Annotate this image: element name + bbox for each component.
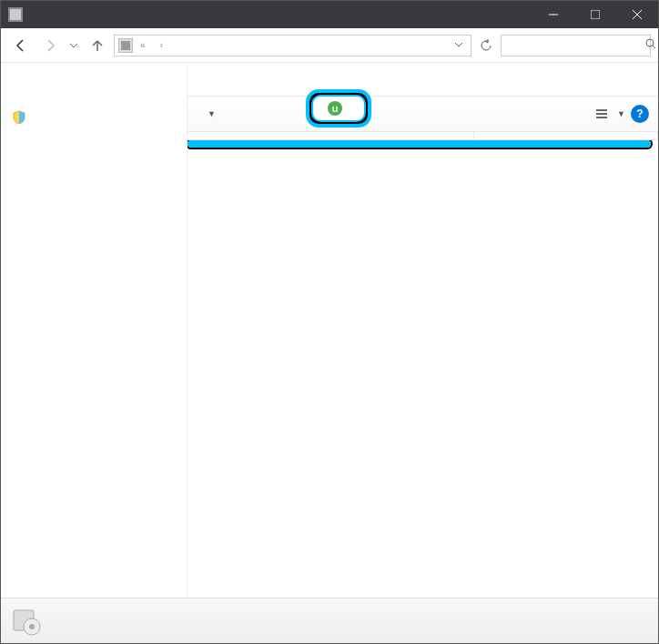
list-header xyxy=(188,132,658,140)
recent-dropdown[interactable] xyxy=(66,33,81,58)
back-button[interactable] xyxy=(8,33,34,58)
close-button[interactable] xyxy=(616,1,658,28)
address-dropdown[interactable] xyxy=(451,39,467,52)
svg-rect-7 xyxy=(121,41,130,50)
chevron-down-icon[interactable]: ▼ xyxy=(617,109,625,118)
main-content: ▼ u ▼ ? xyxy=(188,63,658,598)
chevron-down-icon: ▼ xyxy=(208,109,216,118)
svg-rect-12 xyxy=(596,117,607,118)
column-publisher[interactable] xyxy=(474,132,658,139)
chevron-icon[interactable]: « xyxy=(138,40,147,50)
iobit-icon: u xyxy=(328,101,342,116)
refresh-button[interactable] xyxy=(475,35,497,56)
program-list[interactable] xyxy=(188,140,658,598)
maximize-button[interactable] xyxy=(574,1,616,28)
svg-point-15 xyxy=(29,624,35,629)
forward-button[interactable] xyxy=(37,33,63,58)
minimize-button[interactable] xyxy=(532,1,574,28)
address-bar[interactable]: « › xyxy=(114,35,471,56)
svg-rect-11 xyxy=(596,113,607,115)
programs-icon xyxy=(10,605,43,638)
up-button[interactable] xyxy=(85,33,110,58)
view-button[interactable] xyxy=(592,104,612,124)
column-name[interactable] xyxy=(188,132,474,139)
search-icon xyxy=(645,38,656,52)
sidebar xyxy=(1,63,188,598)
help-button[interactable]: ? xyxy=(631,105,649,123)
chevron-right-icon[interactable]: › xyxy=(158,40,165,50)
search-input[interactable] xyxy=(505,39,642,52)
shield-icon xyxy=(12,110,26,125)
statusbar xyxy=(1,598,658,643)
navbar: « › xyxy=(1,28,658,63)
search-box[interactable] xyxy=(501,35,651,56)
app-icon xyxy=(8,7,23,22)
organize-button[interactable]: ▼ xyxy=(197,102,223,126)
annotation-highlight: u xyxy=(306,89,371,128)
sidebar-link-features[interactable] xyxy=(12,108,176,125)
powerful-uninstall-button[interactable]: u xyxy=(311,95,366,122)
svg-point-8 xyxy=(646,39,654,46)
svg-rect-10 xyxy=(596,109,607,111)
svg-line-9 xyxy=(653,46,655,48)
svg-rect-3 xyxy=(591,10,600,19)
location-icon xyxy=(118,38,133,53)
titlebar xyxy=(1,1,658,28)
annotation-highlight-group xyxy=(188,140,651,148)
svg-rect-1 xyxy=(10,9,21,20)
toolbar: ▼ u ▼ ? xyxy=(188,96,658,132)
